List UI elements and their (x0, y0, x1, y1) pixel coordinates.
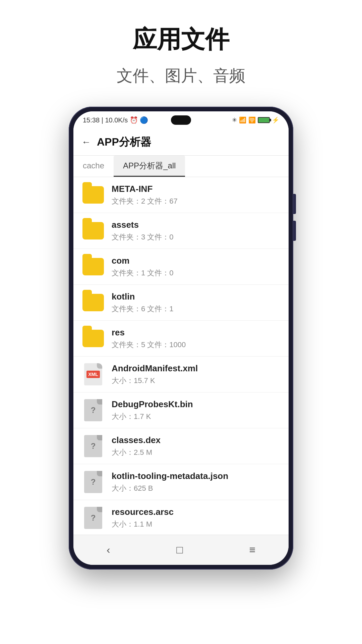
list-item[interactable]: kotlin 文件夹：6 文件：1 (73, 285, 289, 321)
xml-file-icon: XML (84, 363, 102, 385)
status-bar: 15:38 | 10.0K/s ⏰ 🔵 ✳ 📶 🛜 ⚡ (73, 111, 289, 129)
file-info: kotlin-tooling-metadata.json 大小：625 B (112, 471, 281, 493)
file-info: DebugProbesKt.bin 大小：1.7 K (112, 399, 281, 422)
file-type-unknown-icon: ? (91, 441, 96, 451)
file-list: META-INF 文件夹：2 文件：67 assets 文件夹：3 文件：0 (73, 177, 289, 535)
generic-file-icon: ? (84, 399, 102, 421)
generic-icon-wrap: ? (81, 506, 105, 530)
charge-icon: ⚡ (272, 116, 279, 124)
file-info: com 文件夹：1 文件：0 (112, 256, 281, 278)
wifi-icon: 🛜 (248, 116, 256, 124)
folder-icon-wrap (81, 183, 105, 207)
status-icons: ✳ 📶 🛜 ⚡ (232, 116, 279, 124)
page-title: 应用文件 (117, 23, 245, 56)
generic-file-icon: ? (84, 507, 102, 529)
camera-notch (171, 115, 191, 125)
file-meta: 文件夹：6 文件：1 (112, 304, 281, 314)
file-info: resources.arsc 大小：1.1 M (112, 507, 281, 529)
generic-icon-wrap: ? (81, 398, 105, 422)
status-time: 15:38 (83, 116, 100, 124)
signal-icon: 📶 (239, 116, 246, 124)
file-name: assets (112, 220, 281, 230)
generic-file-icon: ? (84, 471, 102, 493)
back-button[interactable]: ← (81, 137, 91, 148)
nav-home-button[interactable]: □ (166, 540, 193, 559)
file-meta: 大小：1.7 K (112, 412, 281, 422)
folder-icon (82, 294, 104, 311)
folder-icon (82, 186, 104, 204)
folder-icon-wrap (81, 219, 105, 243)
file-info: classes.dex 大小：2.5 M (112, 435, 281, 458)
status-network-speed: 10.0K/s (105, 116, 128, 124)
tab-cache[interactable]: cache (73, 156, 114, 177)
folder-icon (82, 258, 104, 275)
status-time-speed: 15:38 | 10.0K/s ⏰ 🔵 (83, 116, 148, 124)
folder-icon-wrap (81, 291, 105, 314)
file-name: classes.dex (112, 435, 281, 445)
file-name: resources.arsc (112, 507, 281, 517)
status-speed: | (102, 116, 105, 124)
file-meta: 大小：15.7 K (112, 376, 281, 386)
status-alarm-icon: ⏰ 🔵 (130, 116, 148, 124)
file-info: AndroidManifest.xml 大小：15.7 K (112, 363, 281, 386)
page-subtitle: 文件、图片、音频 (117, 65, 245, 87)
file-meta: 文件夹：5 文件：1000 (112, 340, 281, 350)
app-bar-title: APP分析器 (97, 135, 151, 150)
page-header: 应用文件 文件、图片、音频 (117, 23, 245, 87)
file-meta: 大小：1.1 M (112, 519, 281, 529)
file-info: META-INF 文件夹：2 文件：67 (112, 184, 281, 206)
folder-icon (82, 330, 104, 347)
battery-icon (258, 117, 270, 123)
list-item[interactable]: XML AndroidManifest.xml 大小：15.7 K (73, 357, 289, 392)
tab-all[interactable]: APP分析器_all (114, 156, 185, 177)
file-type-unknown-icon: ? (91, 513, 96, 523)
generic-file-icon: ? (84, 435, 102, 457)
file-name: com (112, 256, 281, 266)
list-item[interactable]: ? kotlin-tooling-metadata.json 大小：625 B (73, 464, 289, 500)
file-info: assets 文件夹：3 文件：0 (112, 220, 281, 242)
volume-down-button (293, 221, 296, 241)
list-item[interactable]: ? resources.arsc 大小：1.1 M (73, 500, 289, 535)
bottom-nav: ‹ □ ≡ (73, 535, 289, 565)
nav-back-button[interactable]: ‹ (97, 540, 120, 559)
app-bar: ← APP分析器 (73, 129, 289, 156)
list-item[interactable]: META-INF 文件夹：2 文件：67 (73, 177, 289, 213)
list-item[interactable]: com 文件夹：1 文件：0 (73, 249, 289, 285)
file-meta: 文件夹：1 文件：0 (112, 268, 281, 278)
file-name: AndroidManifest.xml (112, 363, 281, 374)
volume-up-button (293, 194, 296, 214)
list-item[interactable]: res 文件夹：5 文件：1000 (73, 321, 289, 357)
generic-icon-wrap: ? (81, 470, 105, 494)
file-name: kotlin-tooling-metadata.json (112, 471, 281, 481)
phone-frame: 15:38 | 10.0K/s ⏰ 🔵 ✳ 📶 🛜 ⚡ ← APP分析器 cac… (69, 107, 293, 570)
folder-icon-wrap (81, 327, 105, 350)
file-type-unknown-icon: ? (91, 477, 96, 487)
file-name: DebugProbesKt.bin (112, 399, 281, 410)
file-meta: 文件夹：2 文件：67 (112, 196, 281, 206)
nav-menu-button[interactable]: ≡ (239, 540, 265, 559)
xml-icon-wrap: XML (81, 363, 105, 386)
list-item[interactable]: ? DebugProbesKt.bin 大小：1.7 K (73, 392, 289, 428)
file-info: kotlin 文件夹：6 文件：1 (112, 291, 281, 314)
file-name: res (112, 327, 281, 338)
folder-icon-wrap (81, 255, 105, 278)
file-meta: 文件夹：3 文件：0 (112, 232, 281, 242)
phone-screen: 15:38 | 10.0K/s ⏰ 🔵 ✳ 📶 🛜 ⚡ ← APP分析器 cac… (73, 111, 289, 565)
xml-badge: XML (86, 371, 100, 378)
list-item[interactable]: assets 文件夹：3 文件：0 (73, 213, 289, 249)
file-type-unknown-icon: ? (91, 406, 96, 415)
list-item[interactable]: ? classes.dex 大小：2.5 M (73, 428, 289, 464)
folder-icon (82, 222, 104, 239)
file-info: res 文件夹：5 文件：1000 (112, 327, 281, 350)
bluetooth-icon: ✳ (232, 116, 237, 124)
file-name: META-INF (112, 184, 281, 194)
tab-bar: cache APP分析器_all (73, 156, 289, 177)
file-meta: 大小：2.5 M (112, 447, 281, 458)
file-meta: 大小：625 B (112, 483, 281, 493)
generic-icon-wrap: ? (81, 434, 105, 458)
file-name: kotlin (112, 291, 281, 302)
